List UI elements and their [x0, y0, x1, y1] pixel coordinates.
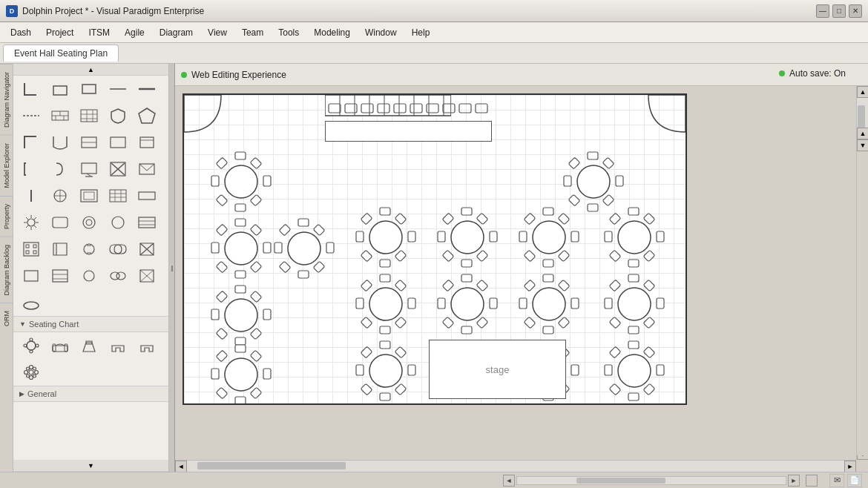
- shape-sunburst[interactable]: [18, 211, 45, 234]
- menu-dash[interactable]: Dash: [3, 24, 39, 41]
- close-button[interactable]: ✕: [849, 4, 862, 18]
- shape-rect-seg[interactable]: [76, 131, 102, 154]
- vtab-model-explorer[interactable]: Model Explorer: [0, 135, 13, 196]
- shape-round2[interactable]: [76, 265, 102, 287]
- shape-cylinder[interactable]: [134, 131, 160, 154]
- vtab-diagram-backlog[interactable]: Diagram Backlog: [0, 237, 13, 303]
- seating-sofa[interactable]: [47, 334, 73, 357]
- scroll-thumb-h[interactable]: [197, 462, 346, 469]
- shape-scroll-down[interactable]: ▼: [13, 460, 168, 472]
- bottom-icon-mail[interactable]: ✉: [829, 474, 844, 487]
- bottom-icon-doc[interactable]: 📄: [847, 474, 862, 487]
- menu-modeling[interactable]: Modeling: [306, 24, 358, 41]
- bottom-scroll-left[interactable]: ◄: [503, 475, 515, 487]
- seating-bench-r[interactable]: [134, 334, 160, 357]
- table-7[interactable]: [518, 206, 581, 269]
- shape-sq-dots[interactable]: [18, 238, 45, 260]
- bottom-scroll-right[interactable]: ►: [788, 475, 800, 487]
- shape-bowtie[interactable]: [134, 238, 160, 260]
- menu-window[interactable]: Window: [358, 24, 404, 41]
- seating-bench-l[interactable]: [105, 334, 131, 357]
- shape-link[interactable]: [105, 238, 131, 260]
- table-6[interactable]: [436, 206, 499, 269]
- head-table[interactable]: [325, 121, 492, 142]
- table-4[interactable]: [273, 217, 336, 280]
- section-general[interactable]: ▶ General: [13, 386, 168, 402]
- shape-screen[interactable]: [76, 185, 102, 207]
- table-12[interactable]: [518, 273, 581, 336]
- seating-podium[interactable]: [76, 334, 102, 357]
- shape-line-h2[interactable]: [134, 78, 160, 100]
- shape-circle-ring[interactable]: [76, 211, 102, 234]
- shape-rect-open-top[interactable]: [47, 78, 73, 100]
- shape-grid-pattern[interactable]: [76, 105, 102, 127]
- table-14[interactable]: [210, 343, 273, 405]
- shape-corner-l[interactable]: [18, 78, 45, 100]
- scroll-left-arrow[interactable]: ◄: [175, 461, 187, 472]
- menu-itsm[interactable]: ITSM: [81, 24, 117, 41]
- section-seating-chart[interactable]: ▼ Seating Chart: [13, 316, 168, 332]
- scroll-right-arrow[interactable]: ►: [844, 461, 856, 472]
- shape-oval[interactable]: [18, 291, 45, 314]
- shape-shield[interactable]: [105, 105, 131, 127]
- shape-x-mark[interactable]: [105, 158, 131, 180]
- shape-corner-bracket[interactable]: [18, 158, 45, 180]
- vtab-property[interactable]: Property: [0, 196, 13, 237]
- panel-collapse-btn[interactable]: ‖: [169, 64, 175, 472]
- vtab-diagram-navigator[interactable]: Diagram Navigator: [0, 64, 13, 135]
- minimize-button[interactable]: —: [816, 4, 829, 18]
- table-9[interactable]: [210, 284, 273, 347]
- shape-rect-open[interactable]: [18, 265, 45, 287]
- shape-corner-r2[interactable]: [18, 131, 45, 154]
- shape-rect-rounded[interactable]: [47, 211, 73, 234]
- shape-line-h[interactable]: [105, 78, 131, 100]
- shape-disc[interactable]: [105, 211, 131, 234]
- scroll-up-arrow[interactable]: ▲: [857, 86, 868, 98]
- shape-rect-double[interactable]: [134, 211, 160, 234]
- menu-project[interactable]: Project: [39, 24, 81, 41]
- table-8[interactable]: [603, 206, 666, 269]
- stage-box[interactable]: stage: [429, 340, 566, 399]
- table-2[interactable]: [562, 151, 625, 214]
- shape-monitor[interactable]: [76, 158, 102, 180]
- seating-flower[interactable]: [18, 361, 45, 383]
- menu-help[interactable]: Help: [404, 24, 438, 41]
- right-scroll-down[interactable]: ▼: [857, 139, 868, 151]
- menu-agile[interactable]: Agile: [117, 24, 152, 41]
- menu-tools[interactable]: Tools: [271, 24, 306, 41]
- shape-rect-seg2[interactable]: [47, 265, 73, 287]
- table-15[interactable]: [355, 340, 418, 403]
- shape-u-shape[interactable]: [47, 131, 73, 154]
- shape-dash-line[interactable]: [18, 105, 45, 127]
- shape-grid2[interactable]: [105, 185, 131, 207]
- table-10[interactable]: [355, 273, 418, 336]
- maximize-button[interactable]: □: [832, 4, 846, 18]
- shape-envelope[interactable]: [134, 158, 160, 180]
- shape-wide-rect[interactable]: [134, 185, 160, 207]
- shape-scroll-up[interactable]: ▲: [13, 64, 168, 76]
- vtab-orm[interactable]: ORM: [0, 303, 13, 334]
- shape-bracket-r[interactable]: [47, 158, 73, 180]
- table-3[interactable]: [210, 217, 273, 280]
- table-11[interactable]: [436, 273, 499, 336]
- shape-brick-pattern[interactable]: [47, 105, 73, 127]
- shape-circle-spokes[interactable]: [47, 185, 73, 207]
- shape-bowtie2[interactable]: [134, 265, 160, 287]
- shape-rect-bracket2[interactable]: [47, 238, 73, 260]
- menu-diagram[interactable]: Diagram: [152, 24, 200, 41]
- shape-rect-solid[interactable]: [76, 78, 102, 100]
- table-13[interactable]: [603, 273, 666, 336]
- menu-view[interactable]: View: [200, 24, 234, 41]
- bottom-scroll-track[interactable]: [516, 476, 786, 485]
- bottom-scroll-thumb[interactable]: [576, 478, 665, 484]
- menu-team[interactable]: Team: [234, 24, 271, 41]
- diagram-canvas[interactable]: stage: [183, 93, 687, 405]
- shape-pentagon[interactable]: [134, 105, 160, 127]
- canvas-scrollbar-horizontal[interactable]: ◄ ►: [175, 460, 856, 472]
- shape-circle-arrows[interactable]: [76, 238, 102, 260]
- table-17[interactable]: [603, 340, 666, 403]
- shape-link2[interactable]: [105, 265, 131, 287]
- table-1[interactable]: [210, 151, 273, 214]
- seating-round-table[interactable]: [18, 334, 45, 357]
- diagram-tab[interactable]: Event Hall Seating Plan: [3, 44, 119, 62]
